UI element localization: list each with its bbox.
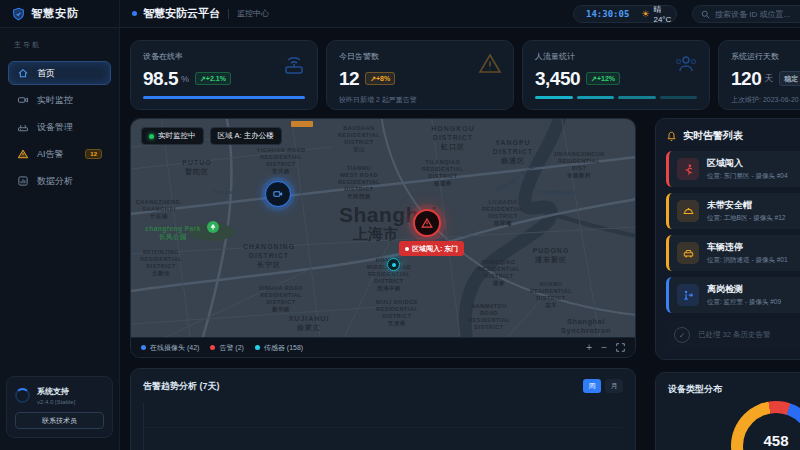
zone-badge[interactable]: 区域 A: 主办公楼 <box>210 127 282 145</box>
road-shield-badge <box>291 121 313 127</box>
map-label: LUJIAZUI RESIDENTIAL DISTRICT 陆家嘴 <box>482 199 524 227</box>
legend-item-sensors: 传感器 (158) <box>255 343 303 353</box>
trend-badge: ↗+8% <box>365 72 395 85</box>
legend-dot-1 <box>210 345 215 350</box>
map-label: PUTUO 普陀区 <box>182 159 212 177</box>
map-label: YICHUAN ROAD RESIDENTIAL DISTRICT 宜川路 <box>257 147 306 175</box>
check-circle-icon: ✓ <box>674 327 690 343</box>
stat-value: 3,450 <box>535 69 580 88</box>
contact-support-button[interactable]: 联系技术员 <box>15 412 104 429</box>
sidebar-item-live-monitor[interactable]: 实时监控 <box>8 88 111 112</box>
distribution-title: 设备类型分布 <box>668 383 800 396</box>
sidebar-item-label: 首页 <box>37 67 55 80</box>
logo: 智慧安防 <box>0 0 120 28</box>
map-label: BAOSHAN RESIDENTIAL DISTRICT 宝山 <box>338 125 380 153</box>
sidebar: 主导航 首页 实时监控 设备管理 <box>0 28 120 450</box>
stat-value: 98.5 <box>143 69 178 88</box>
map-label: TANGQIAO RESIDENTIAL DISTRICT 塘桥 <box>478 259 520 287</box>
sidebar-item-home[interactable]: 首页 <box>8 61 111 85</box>
clock-time: 14:30:05 <box>586 9 629 19</box>
live-dot-icon <box>149 134 154 139</box>
alerts-panel-title: 实时告警列表 <box>683 129 743 143</box>
camera-marker[interactable] <box>265 181 291 207</box>
zoom-out-button[interactable]: − <box>601 343 607 353</box>
sidebar-item-device-management[interactable]: 设备管理 <box>8 115 111 139</box>
video-camera-icon <box>17 94 29 106</box>
wifi-router-icon <box>281 51 307 77</box>
home-icon <box>17 67 29 79</box>
fullscreen-button[interactable] <box>616 343 625 352</box>
live-status-badge: 实时监控中 <box>141 127 204 145</box>
history-processed-row[interactable]: ✓ 已处理 32 条历史告警 <box>666 321 800 349</box>
device-total: 458 <box>763 433 788 448</box>
alert-item-0[interactable]: 区域闯入 位置: 东门禁区 - 摄像头 #04 <box>666 151 800 187</box>
search-icon <box>701 10 710 19</box>
dot-icon <box>405 247 409 251</box>
sidebar-item-label: AI告警 <box>37 148 64 161</box>
map-label: XINHUA ROAD RESIDENTIAL DISTRICT 新华路 <box>259 285 303 313</box>
map-label: YANGPU DISTRICT 杨浦区 <box>493 139 533 165</box>
traffic-segment-bars <box>535 96 697 99</box>
nav-section-label: 主导航 <box>0 28 119 58</box>
page-title: 智慧安防云平台 监控中心 <box>132 6 269 21</box>
bell-icon <box>666 131 677 142</box>
map-label: HONGKOU DISTRICT 虹口区 <box>431 125 475 151</box>
trend-title: 告警趋势分析 (7天) <box>143 380 220 393</box>
map-label: Taopu <box>213 189 233 197</box>
map-label: BEIXINJING RESIDENTIAL DISTRICT 北新泾 <box>140 249 182 277</box>
sidebar-item-label: 设备管理 <box>37 121 73 134</box>
helmet-icon <box>677 200 699 222</box>
status-badge: 稳定 <box>779 71 800 86</box>
park-icon <box>207 221 219 233</box>
stat-value: 120 <box>731 69 761 88</box>
shield-icon <box>12 7 25 21</box>
port-label: Yangjing Port <box>538 189 580 196</box>
sidebar-item-data-analytics[interactable]: 数据分析 <box>8 169 111 193</box>
alert-marker[interactable] <box>413 209 441 237</box>
tab-month[interactable]: 月 <box>605 379 623 393</box>
stat-card-online-rate: 设备在线率 98.5 % ↗+2.1% <box>130 40 318 110</box>
search-input[interactable] <box>715 10 800 19</box>
people-icon <box>673 51 699 77</box>
alert-item-3[interactable]: 离岗检测 位置: 监控室 - 摄像头 #09 <box>666 277 800 313</box>
search-box[interactable] <box>692 5 800 23</box>
legend-dot-2 <box>255 345 260 350</box>
smart-security-dashboard: 智慧安防 智慧安防云平台 监控中心 14:30:05 ☀ 晴 24°C <box>0 0 800 450</box>
sun-icon: ☀ <box>641 10 649 19</box>
support-title: 系统支持 <box>37 386 75 397</box>
alert-item-1[interactable]: 未带安全帽 位置: 工地B区 - 摄像头 #12 <box>666 193 800 229</box>
weather-text: 晴 24°C <box>653 4 671 24</box>
support-version: v2.4.0 [Stable] <box>37 399 75 405</box>
stat-card-foot-traffic: 人流量统计 3,450 ↗+12% <box>522 40 710 110</box>
legend-dot-0 <box>141 345 146 350</box>
zoom-in-button[interactable]: + <box>586 343 592 353</box>
map-label: TIANMU WEST ROAD RESIDENTIAL DISTRICT 天目… <box>338 165 380 199</box>
person-leave-icon <box>677 284 699 306</box>
breadcrumb: 监控中心 <box>237 8 269 19</box>
trend-badge: ↗+12% <box>586 72 620 85</box>
facility-label: Shanghai Synchrotron Radiation Facility <box>561 317 611 337</box>
stat-note: 较昨日新增 2 起严重告警 <box>339 95 501 105</box>
tab-week[interactable]: 周 <box>583 379 601 393</box>
online-rate-progressbar <box>143 96 305 99</box>
alert-count-badge: 12 <box>85 149 102 159</box>
map-label: CHANGNING DISTRICT 长宁区 <box>243 243 295 269</box>
trend-chart-area <box>143 403 623 450</box>
city-map[interactable]: Shanghai 上海市 PUTUO 普陀区 YICHUAN ROAD RESI… <box>131 119 635 337</box>
city-label-zh: 上海市 <box>353 225 398 244</box>
sidebar-item-ai-alerts[interactable]: AI告警 12 <box>8 142 111 166</box>
map-label: PUDONG 浦东新区 <box>533 247 570 265</box>
alert-item-2[interactable]: 车辆违停 位置: 消防通道 - 摄像头 #01 <box>666 235 800 271</box>
stat-card-uptime-days: 系统运行天数 120 天 稳定 上次维护: 2023-06-20 <box>718 40 800 110</box>
map-label: JINYANGXINCUN RESIDENTIAL DIST 金杨新村 <box>551 151 607 179</box>
alert-tooltip: 区域闯入: 东门 <box>399 241 464 256</box>
time-weather-pill: 14:30:05 ☀ 晴 24°C <box>573 5 677 23</box>
stats-row: 设备在线率 98.5 % ↗+2.1% 今日告警数 12 ↗+8% 较昨日新增 … <box>130 40 800 110</box>
support-card: 系统支持 v2.4.0 [Stable] 联系技术员 <box>6 376 113 438</box>
sensor-marker[interactable] <box>387 258 400 271</box>
map-card: Shanghai 上海市 PUTUO 普陀区 YICHUAN ROAD RESI… <box>130 118 636 358</box>
warning-triangle-icon <box>17 148 29 160</box>
park-label: changfeng Park 长风公园 <box>145 225 201 241</box>
legend-item-cameras: 在线摄像头 (42) <box>141 343 199 353</box>
title-dot-icon <box>132 11 137 16</box>
